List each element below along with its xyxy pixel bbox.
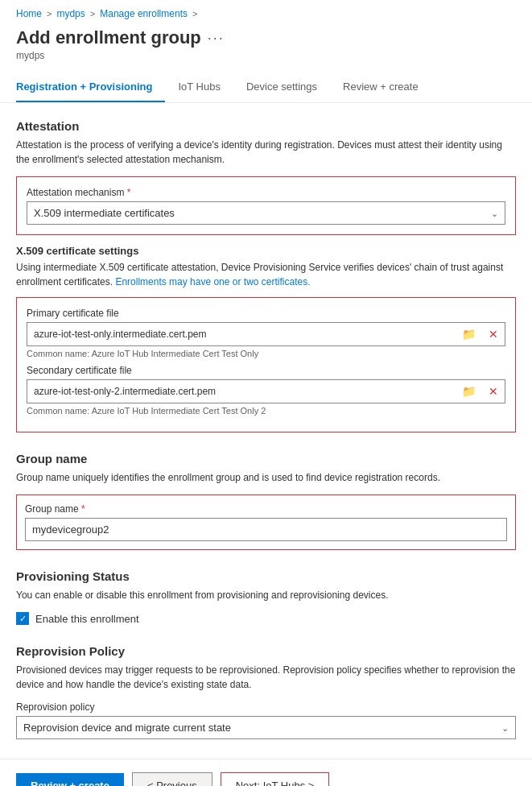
attestation-section: Attestation Attestation is the process o… [16, 119, 516, 432]
tab-reviewcreate[interactable]: Review + create [343, 72, 431, 102]
secondary-cert-input-row: 📁 ✕ [27, 379, 505, 403]
reprovision-desc: Provisioned devices may trigger requests… [16, 663, 516, 692]
enable-enrollment-label: Enable this enrollment [35, 613, 139, 625]
breadcrumb-sep1: > [47, 9, 52, 19]
group-name-input[interactable] [25, 518, 507, 541]
group-name-label: Group name * [25, 503, 507, 515]
enable-enrollment-row: ✓ Enable this enrollment [16, 612, 516, 625]
folder-icon: 📁 [462, 385, 476, 398]
previous-button[interactable]: < Previous [132, 772, 212, 786]
enable-enrollment-checkbox[interactable]: ✓ [16, 612, 29, 625]
secondary-cert-label: Secondary certificate file [27, 365, 505, 376]
tab-devicesettings[interactable]: Device settings [246, 72, 330, 102]
breadcrumb-sep2: > [90, 9, 95, 19]
primary-cert-clear-button[interactable]: ✕ [482, 323, 505, 345]
x509-section: X.509 certificate settings Using interme… [16, 245, 516, 432]
page-subtitle: mydps [16, 50, 516, 61]
next-button[interactable]: Next: IoT Hubs > [221, 772, 330, 786]
group-name-box: Group name * [16, 494, 516, 550]
cert-fields-box: Primary certificate file 📁 ✕ Common name… [16, 297, 516, 432]
main-content: Attestation Attestation is the process o… [0, 103, 532, 739]
x509-title: X.509 certificate settings [16, 245, 516, 257]
close-icon: ✕ [489, 328, 498, 341]
attestation-desc: Attestation is the process of verifying … [16, 138, 516, 167]
primary-cert-input-row: 📁 ✕ [27, 322, 505, 346]
ellipsis-button[interactable]: ··· [208, 30, 225, 47]
primary-cert-label: Primary certificate file [27, 308, 505, 319]
mechanism-label: Attestation mechanism * [27, 187, 505, 198]
primary-cert-field: Primary certificate file 📁 ✕ Common name… [27, 308, 505, 358]
breadcrumb-manage[interactable]: Manage enrollments [100, 8, 188, 19]
group-name-desc: Group name uniquely identifies the enrol… [16, 470, 516, 485]
primary-cert-folder-button[interactable]: 📁 [456, 323, 482, 345]
breadcrumb: Home > mydps > Manage enrollments > [0, 0, 532, 24]
secondary-cert-field: Secondary certificate file 📁 ✕ Common na… [27, 365, 505, 416]
reprovision-title: Reprovision Policy [16, 644, 516, 658]
page-header: Add enrollment group ··· mydps [0, 24, 532, 69]
checkmark-icon: ✓ [19, 614, 27, 623]
review-create-button[interactable]: Review + create [16, 773, 124, 786]
primary-cert-input[interactable] [27, 324, 456, 345]
secondary-cert-clear-button[interactable]: ✕ [482, 380, 505, 403]
group-name-section: Group name Group name uniquely identifie… [16, 452, 516, 550]
breadcrumb-sep3: > [192, 9, 197, 19]
close-icon: ✕ [489, 385, 498, 398]
reprovision-policy-label: Reprovision policy [16, 701, 516, 713]
attestation-title: Attestation [16, 119, 516, 133]
mechanism-select-wrapper: X.509 intermediate certificatesX.509 CA … [27, 201, 505, 225]
tabs-bar: Registration + Provisioning IoT Hubs Dev… [0, 72, 532, 103]
secondary-cert-folder-button[interactable]: 📁 [456, 380, 482, 403]
breadcrumb-mydps[interactable]: mydps [56, 8, 85, 19]
x509-desc: Using intermediate X.509 certificate att… [16, 260, 516, 289]
tab-iothubs[interactable]: IoT Hubs [178, 72, 233, 102]
reprovision-select-wrapper: Reprovision device and migrate current s… [16, 716, 516, 739]
group-name-title: Group name [16, 452, 516, 465]
folder-icon: 📁 [462, 328, 476, 341]
mechanism-select[interactable]: X.509 intermediate certificatesX.509 CA … [27, 202, 505, 224]
provisioning-status-desc: You can enable or disable this enrollmen… [16, 588, 516, 602]
primary-common-name: Common name: Azure IoT Hub Intermediate … [27, 349, 505, 358]
footer-bar: Review + create < Previous Next: IoT Hub… [0, 759, 532, 786]
secondary-common-name: Common name: Azure IoT Hub Intermediate … [27, 406, 505, 416]
reprovision-section: Reprovision Policy Provisioned devices m… [16, 644, 516, 739]
breadcrumb-home[interactable]: Home [16, 8, 42, 19]
provisioning-status-title: Provisioning Status [16, 569, 516, 583]
secondary-cert-input[interactable] [27, 381, 456, 402]
x509-desc-link[interactable]: Enrollments may have one or two certific… [115, 276, 310, 288]
provisioning-status-section: Provisioning Status You can enable or di… [16, 569, 516, 625]
tab-registration[interactable]: Registration + Provisioning [16, 72, 165, 102]
attestation-mechanism-box: Attestation mechanism * X.509 intermedia… [16, 176, 516, 235]
reprovision-policy-select[interactable]: Reprovision device and migrate current s… [17, 717, 515, 738]
page-title: Add enrollment group [16, 27, 201, 48]
